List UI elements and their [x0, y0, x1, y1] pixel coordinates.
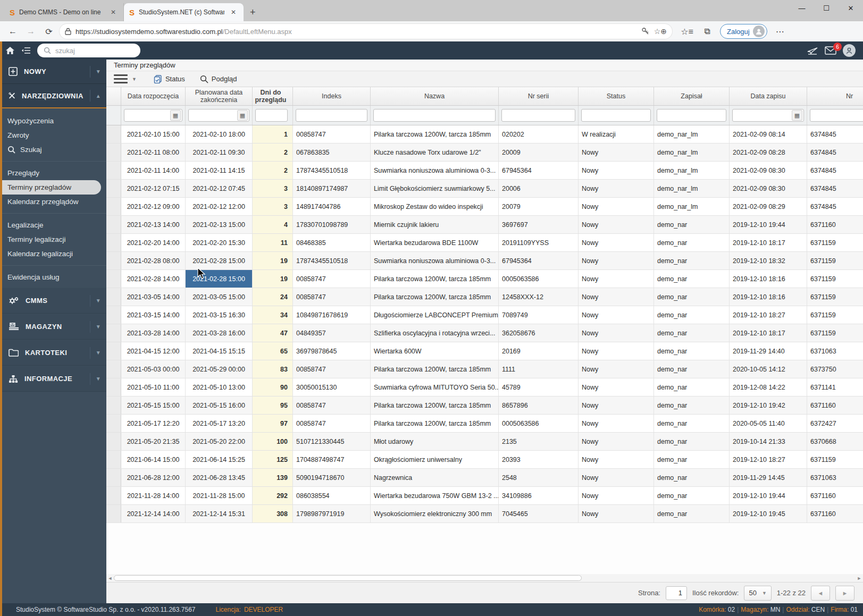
- sidebar-item-ewidencja-usług[interactable]: Ewidencja usług: [0, 270, 106, 284]
- table-cell[interactable]: Nowy: [579, 342, 654, 360]
- table-row[interactable]: 2021-02-11 14:002021-02-11 14:1521787434…: [106, 162, 863, 180]
- table-row[interactable]: 2021-05-10 11:002021-05-10 13:0090300500…: [106, 378, 863, 396]
- table-cell[interactable]: Nowy: [579, 360, 654, 378]
- table-row[interactable]: 2021-04-15 12:002021-04-15 15:1565369798…: [106, 342, 863, 360]
- table-cell[interactable]: demo_nar_lm: [654, 180, 730, 197]
- send-plane-icon[interactable]: [807, 46, 818, 55]
- table-row[interactable]: 2021-11-28 14:002021-11-28 15:0029208603…: [106, 487, 863, 505]
- table-cell[interactable]: 20006: [499, 180, 579, 197]
- table-cell[interactable]: 2021-02-09 08:29: [730, 198, 807, 215]
- row-indicator-cell[interactable]: [106, 324, 121, 342]
- table-row[interactable]: 2021-12-14 14:002021-12-14 15:3130817989…: [106, 505, 863, 523]
- table-cell[interactable]: demo_nar_lm: [654, 144, 730, 161]
- table-cell[interactable]: 6374845: [807, 198, 863, 215]
- table-cell[interactable]: 65: [253, 342, 293, 360]
- table-cell[interactable]: 6374845: [807, 180, 863, 197]
- table-cell[interactable]: demo_nar: [654, 288, 730, 306]
- table-cell[interactable]: 2021-05-03 00:00: [121, 360, 186, 378]
- table-row[interactable]: 2021-05-15 15:002021-05-15 16:0095008587…: [106, 396, 863, 415]
- table-cell[interactable]: Nowy: [579, 270, 654, 288]
- table-cell[interactable]: 2019-11-29 14:45: [730, 469, 807, 486]
- table-cell[interactable]: 6374845: [807, 162, 863, 179]
- row-indicator-header[interactable]: [106, 87, 121, 105]
- row-indicator-cell[interactable]: [106, 451, 121, 468]
- table-cell[interactable]: Mikroskop Zestaw do wideo inspekcji: [371, 198, 499, 215]
- table-cell[interactable]: 086038554: [293, 487, 371, 504]
- table-cell[interactable]: 2021-02-28 14:00: [121, 270, 186, 288]
- sidebar-item-przeglądy[interactable]: Przeglądy: [0, 166, 106, 180]
- table-cell[interactable]: 2021-03-15 14:00: [121, 306, 186, 324]
- table-cell[interactable]: 2021-05-17 12:20: [121, 415, 186, 432]
- table-cell[interactable]: 04849357: [293, 324, 371, 342]
- table-cell[interactable]: 2021-03-28 14:00: [121, 324, 186, 342]
- table-cell[interactable]: 24: [253, 288, 293, 306]
- table-cell[interactable]: 2020-05-05 11:40: [730, 415, 807, 432]
- row-indicator-cell[interactable]: [106, 306, 121, 324]
- status-button[interactable]: Status: [148, 71, 190, 87]
- table-cell[interactable]: 2548: [499, 469, 579, 486]
- sidebar-item-zwroty[interactable]: Zwroty: [0, 128, 106, 142]
- table-cell[interactable]: 20191109YYSS: [499, 234, 579, 251]
- filter-input[interactable]: [255, 109, 288, 122]
- table-cell[interactable]: 2021-05-20 21:35: [121, 433, 186, 450]
- table-cell[interactable]: 00858747: [293, 415, 371, 432]
- forward-icon[interactable]: →: [23, 24, 38, 39]
- tab-close-icon[interactable]: ✕: [108, 7, 118, 17]
- table-cell[interactable]: 2: [253, 144, 293, 161]
- table-cell[interactable]: 308: [253, 505, 293, 522]
- table-cell[interactable]: 2021-02-28 15:00: [186, 252, 253, 269]
- table-cell[interactable]: 2021-04-15 15:15: [186, 342, 253, 360]
- filter-input[interactable]: [657, 109, 726, 122]
- table-cell[interactable]: 3: [253, 198, 293, 215]
- table-row[interactable]: 2021-06-28 12:002021-06-28 13:4513950901…: [106, 469, 863, 487]
- global-search[interactable]: [37, 44, 140, 57]
- refresh-icon[interactable]: ⟳: [41, 24, 56, 39]
- table-cell[interactable]: Pilarka tarczowa 1200W, tarcza 185mm: [371, 125, 499, 143]
- column-header[interactable]: Nazwa: [371, 87, 499, 105]
- table-cell[interactable]: 2021-02-13 15:00: [186, 216, 253, 233]
- table-cell[interactable]: 1: [253, 125, 293, 143]
- table-cell[interactable]: 6371160: [807, 487, 863, 504]
- table-cell[interactable]: 6371159: [807, 252, 863, 269]
- table-cell[interactable]: 45789: [499, 378, 579, 396]
- table-cell[interactable]: 6371160: [807, 505, 863, 522]
- table-cell[interactable]: Pilarka tarczowa 1200W, tarcza 185mm: [371, 396, 499, 414]
- table-row[interactable]: 2021-03-05 14:002021-03-05 15:0024008587…: [106, 288, 863, 306]
- table-cell[interactable]: demo_nar: [654, 451, 730, 468]
- table-cell[interactable]: 2021-03-15 16:30: [186, 306, 253, 324]
- table-cell[interactable]: demo_nar: [654, 378, 730, 396]
- table-cell[interactable]: 2020-10-05 14:12: [730, 360, 807, 378]
- table-cell[interactable]: 2019-12-10 19:42: [730, 396, 807, 414]
- table-cell[interactable]: 2021-02-09 08:30: [730, 180, 807, 197]
- table-row[interactable]: 2021-02-12 09:002021-02-12 12:0031489174…: [106, 198, 863, 216]
- filter-input[interactable]: [373, 109, 496, 122]
- table-cell[interactable]: 1111: [499, 360, 579, 378]
- table-cell[interactable]: 2019-12-10 18:32: [730, 252, 807, 269]
- table-cell[interactable]: Nowy: [579, 162, 654, 179]
- sidebar-item-terminy-przegladów[interactable]: Terminy przegladów: [0, 180, 101, 195]
- sidebar-item-informacje[interactable]: INFORMACJE▼: [0, 366, 106, 392]
- table-cell[interactable]: 19: [253, 252, 293, 269]
- table-row[interactable]: 2021-06-14 15:002021-06-14 15:2512517048…: [106, 451, 863, 469]
- calendar-icon[interactable]: ▦: [792, 110, 802, 121]
- table-cell[interactable]: 6371159: [807, 324, 863, 342]
- table-cell[interactable]: 2021-06-14 15:25: [186, 451, 253, 468]
- table-cell[interactable]: 00858747: [293, 288, 371, 306]
- table-cell[interactable]: 2021-06-28 12:00: [121, 469, 186, 486]
- sidebar-item-narzedziownia[interactable]: NARZĘDZIOWNIA ▲: [0, 84, 106, 108]
- table-cell[interactable]: 2021-03-05 15:00: [186, 288, 253, 306]
- scrollbar-thumb[interactable]: [114, 575, 582, 581]
- filter-input[interactable]: [296, 109, 367, 122]
- mail-icon[interactable]: 6: [825, 46, 836, 55]
- table-cell[interactable]: Nowy: [579, 234, 654, 251]
- table-cell[interactable]: 6371159: [807, 306, 863, 324]
- table-cell[interactable]: 2021-12-14 15:31: [186, 505, 253, 522]
- table-cell[interactable]: Suwmiarka noniuszowa aluminiowa 0-3...: [371, 252, 499, 269]
- table-cell[interactable]: 6371159: [807, 270, 863, 288]
- horizontal-scrollbar[interactable]: ◄ ►: [106, 574, 863, 582]
- table-row[interactable]: 2021-02-13 14:002021-02-13 15:0041783070…: [106, 216, 863, 234]
- column-header[interactable]: Data zapisu: [730, 87, 807, 105]
- table-cell[interactable]: Pilarka tarczowa 1200W, tarcza 185mm: [371, 288, 499, 306]
- sidebar-item-magazyn[interactable]: MAGAZYN▼: [0, 314, 106, 340]
- table-cell[interactable]: 067863835: [293, 144, 371, 161]
